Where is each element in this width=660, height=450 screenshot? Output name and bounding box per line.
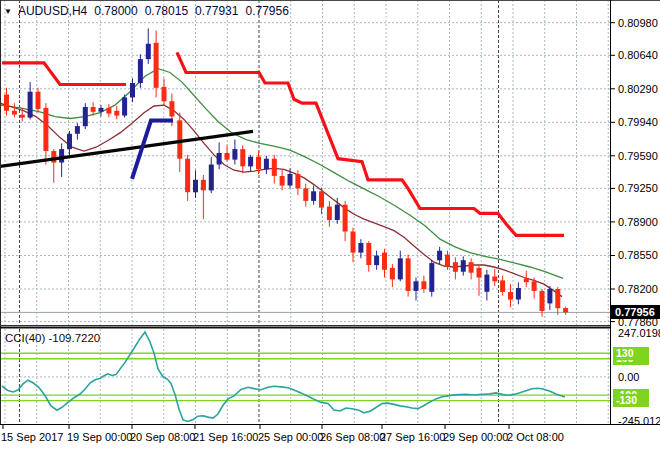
- candle-body: [20, 115, 25, 118]
- candle-body: [311, 191, 316, 201]
- candle-body: [177, 120, 182, 158]
- symbol-dropdown-icon[interactable]: ▼: [4, 7, 12, 16]
- chart-title: ▼ AUDUSD,H4 0.78000 0.78015 0.77931 0.77…: [4, 4, 289, 18]
- candle-body: [154, 43, 159, 88]
- candle-body: [358, 243, 363, 253]
- candle-body: [398, 258, 403, 279]
- candle-body: [343, 205, 348, 232]
- candle-body: [138, 59, 143, 83]
- candle-body: [4, 95, 9, 111]
- candle-body: [185, 159, 190, 193]
- candle-body: [484, 275, 489, 292]
- candle-body: [146, 44, 151, 59]
- red-step-line: [2, 63, 126, 85]
- candle-body: [492, 277, 497, 282]
- candle-body: [437, 251, 442, 261]
- candle-body: [461, 260, 466, 272]
- candle-body: [540, 291, 545, 311]
- candle-body: [201, 180, 206, 191]
- candlestick-series: [4, 28, 568, 316]
- candle-body: [288, 174, 293, 186]
- candle-body: [532, 281, 537, 291]
- price-axis-label: 0.78200: [618, 283, 658, 295]
- candle-body: [453, 262, 458, 272]
- cci-axis-zero: 0.00: [618, 371, 639, 383]
- candle-body: [335, 205, 340, 220]
- time-axis-label: 29 Sep 00:00: [443, 431, 508, 443]
- candle-body: [67, 134, 72, 149]
- ohlc-open: 0.78000: [94, 4, 137, 18]
- cci-axis-max: 247.0198: [618, 327, 660, 339]
- chart-window: ▼ AUDUSD,H4 0.78000 0.78015 0.77931 0.77…: [0, 0, 660, 450]
- symbol-period-label: AUDUSD,H4: [18, 4, 87, 18]
- price-axis-label: 0.79590: [618, 150, 658, 162]
- candle-body: [248, 157, 253, 167]
- candle-body: [256, 157, 261, 170]
- candle-body: [75, 126, 80, 134]
- candle-body: [390, 268, 395, 280]
- price-axis-label: 0.79250: [618, 182, 658, 194]
- candle-body: [209, 165, 214, 191]
- time-axis-label: 2 Oct 08:00: [507, 431, 564, 443]
- indicator-label: CCI(40) -109.7220: [5, 332, 100, 344]
- candle-body: [351, 232, 356, 253]
- candle-body: [508, 292, 513, 300]
- candle-body: [516, 288, 521, 300]
- candle-body: [91, 107, 96, 112]
- candle-body: [445, 255, 450, 268]
- candle-body: [382, 253, 387, 270]
- candle-body: [162, 87, 167, 101]
- candle-body: [295, 174, 300, 188]
- candle-body: [272, 159, 277, 176]
- candle-body: [169, 101, 174, 116]
- candle-body: [280, 176, 285, 186]
- candle-body: [555, 289, 560, 308]
- candle-body: [130, 83, 135, 97]
- candle-body: [225, 153, 230, 160]
- time-axis-label: 20 Sep 08:00: [130, 431, 195, 443]
- price-axis-label: 0.80290: [618, 83, 658, 95]
- time-axis-label: 21 Sep 16:00: [193, 431, 258, 443]
- candle-body: [99, 108, 104, 112]
- chart-surface[interactable]: [0, 0, 660, 450]
- time-axis-label: 26 Sep 08:00: [320, 431, 385, 443]
- trendline: [0, 131, 253, 166]
- candle-body: [36, 92, 41, 109]
- candle-body: [319, 191, 324, 207]
- price-axis-label: 0.79940: [618, 116, 658, 128]
- cci-level-badge-130: 130: [613, 347, 649, 360]
- candle-body: [59, 149, 64, 162]
- candle-body: [500, 280, 505, 292]
- price-axis-label: 0.80640: [618, 49, 658, 61]
- blue-support-line: [132, 120, 173, 178]
- candle-body: [477, 268, 482, 278]
- time-axis-label: 27 Sep 16:00: [380, 431, 445, 443]
- candle-body: [563, 308, 568, 312]
- cci-level-badge-neg130: -130: [613, 394, 649, 407]
- candle-body: [547, 289, 552, 303]
- candle-body: [366, 243, 371, 265]
- candle-body: [232, 149, 237, 160]
- candle-body: [524, 278, 529, 282]
- candle-body: [406, 258, 411, 291]
- candle-body: [217, 153, 222, 165]
- candle-body: [469, 262, 474, 273]
- candle-body: [421, 281, 426, 289]
- candle-body: [414, 281, 419, 291]
- ma-line-maroon: [0, 103, 562, 296]
- candle-body: [193, 180, 198, 193]
- cci-axis-min: -245.0123: [618, 415, 660, 427]
- candle-body: [240, 149, 245, 166]
- candle-body: [114, 111, 119, 116]
- price-axis-label: 0.78900: [618, 216, 658, 228]
- time-axis-label: 25 Sep 00:00: [258, 431, 323, 443]
- time-axis-label: 19 Sep 00:00: [67, 431, 132, 443]
- price-axis-label: 0.78550: [618, 249, 658, 261]
- candle-body: [28, 92, 33, 118]
- candle-body: [429, 263, 434, 292]
- time-axis-label: 15 Sep 2017: [1, 431, 63, 443]
- ohlc-close: 0.77956: [245, 4, 288, 18]
- candle-body: [122, 97, 127, 115]
- candle-body: [374, 256, 379, 266]
- price-axis-label: 0.80980: [618, 17, 658, 29]
